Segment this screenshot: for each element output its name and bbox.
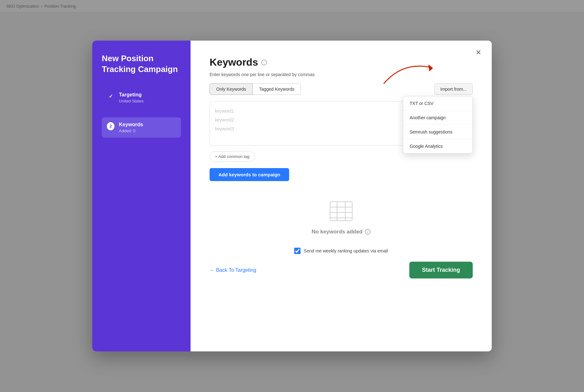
- step-number-indicator: 2: [107, 122, 114, 130]
- tab-tagged-keywords[interactable]: Tagged Keywords: [253, 83, 301, 95]
- import-dropdown-menu: TXT or CSV Another campaign Semrush sugg…: [403, 96, 473, 154]
- dropdown-item-txt-csv[interactable]: TXT or CSV: [403, 96, 472, 111]
- close-button[interactable]: ✕: [473, 47, 484, 58]
- step-number-2: 2: [107, 122, 114, 130]
- step-targeting-sub: United States: [119, 99, 144, 103]
- add-common-tag-button[interactable]: + Add common tag: [210, 151, 255, 162]
- email-checkbox[interactable]: [294, 248, 301, 254]
- bottom-actions: ← Back To Targeting Start Tracking: [210, 262, 473, 278]
- modal-subtitle: Enter keywords one per line or separated…: [210, 72, 473, 77]
- email-label: Send me weekly ranking updates via email: [304, 248, 388, 253]
- modal-header: Keywords i: [210, 56, 473, 68]
- email-checkbox-row: Send me weekly ranking updates via email: [210, 248, 473, 254]
- modal-sidebar: New Position Tracking Campaign ✓ Targeti…: [92, 41, 191, 351]
- modal-title: Keywords: [210, 56, 258, 68]
- modal-backdrop: New Position Tracking Campaign ✓ Targeti…: [0, 0, 584, 392]
- start-tracking-button[interactable]: Start Tracking: [409, 262, 473, 278]
- empty-state: No keywords added i: [210, 200, 473, 235]
- step-keywords-content: Keywords Added: 0: [119, 122, 143, 133]
- sidebar-title: New Position Tracking Campaign: [102, 53, 181, 75]
- empty-grid-icon: [328, 200, 354, 222]
- step-targeting-label: Targeting: [119, 92, 144, 98]
- step-keywords-sub: Added: 0: [119, 128, 143, 133]
- back-to-targeting-button[interactable]: ← Back To Targeting: [210, 267, 256, 273]
- import-wrapper: Import from... TXT or CSV Another campai…: [434, 83, 473, 95]
- modal-main-content: ✕ Keywords i Enter keywords one per line…: [191, 41, 492, 351]
- tab-row: Only Keywords Tagged Keywords Import fro…: [210, 83, 473, 95]
- add-keywords-button[interactable]: Add keywords to campaign: [210, 168, 289, 181]
- modal-container: New Position Tracking Campaign ✓ Targeti…: [92, 41, 492, 351]
- checkmark-icon: ✓: [109, 93, 113, 99]
- step-targeting-content: Targeting United States: [119, 92, 144, 103]
- title-info-icon[interactable]: i: [261, 60, 267, 65]
- import-from-button[interactable]: Import from...: [434, 83, 473, 95]
- empty-state-info-icon[interactable]: i: [365, 229, 371, 235]
- dropdown-item-semrush[interactable]: Semrush suggestions: [403, 125, 472, 139]
- step-keywords-label: Keywords: [119, 122, 143, 127]
- sidebar-step-keywords[interactable]: 2 Keywords Added: 0: [102, 117, 181, 138]
- empty-state-label: No keywords added i: [312, 229, 371, 235]
- tab-only-keywords[interactable]: Only Keywords: [210, 83, 253, 95]
- step-check-indicator: ✓: [107, 93, 114, 100]
- dropdown-item-google-analytics[interactable]: Google Analytics: [403, 139, 472, 153]
- dropdown-item-another-campaign[interactable]: Another campaign: [403, 111, 472, 125]
- sidebar-step-targeting[interactable]: ✓ Targeting United States: [102, 88, 181, 108]
